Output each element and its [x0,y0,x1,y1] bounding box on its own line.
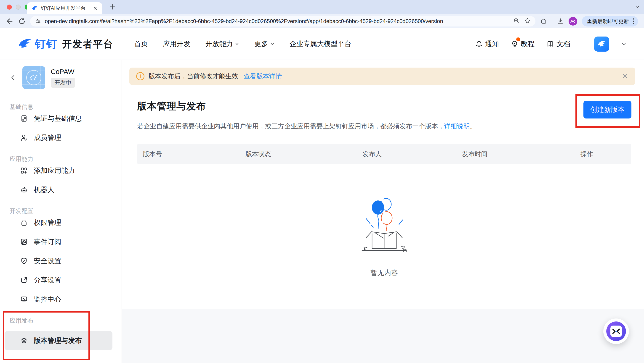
rss-icon [20,238,28,246]
info-icon: i [136,72,144,80]
tutorial-badge-dot [516,37,520,41]
sidebar-item-add-capability[interactable]: 添加应用能力 [0,161,122,180]
chrome-update-chip[interactable]: 重新启动即可更新 [582,16,638,26]
minimize-window-button[interactable] [16,4,21,9]
chevron-down-icon [270,42,274,46]
main-content: i 版本发布后，当前修改才能生效 查看版本详情 版本管理与发布 若企业自建应用需… [122,60,644,363]
update-chip-label: 重新启动即可更新 [587,18,629,25]
sidebar-item-label: 分享设置 [34,276,61,285]
empty-box-balloons-illustration [358,196,410,260]
site-header: 钉钉 开发者平台 首页 应用开发 开放能力 更多 企业专属大模型平台 通知 教程 [0,28,644,60]
browser-tab-strip: 钉钉AI应用开发平台 [0,0,644,14]
url-text[interactable]: open-dev.dingtalk.com/fe/ai?hash=%23%2Fa… [45,18,510,24]
chevron-down-icon [235,42,239,46]
browser-profile-avatar[interactable]: Ao [568,17,577,25]
version-table-header: 版本号 版本状态 发布人 发布时间 操作 [137,144,631,164]
share-icon [20,276,28,284]
banner-close-icon[interactable] [622,73,628,80]
kebab-menu-icon[interactable] [632,18,634,25]
tutorial-label: 教程 [521,39,534,49]
sidebar-item-label: 监控中心 [34,295,61,304]
sidebar-item-credentials[interactable]: 凭证与基础信息 [0,109,122,128]
tab-close-icon[interactable] [93,6,98,11]
tutorial-button[interactable]: 教程 [511,39,534,49]
header-divider [582,39,582,49]
section-app-capability: 应用能力 [0,147,122,161]
back-chevron-icon[interactable] [9,74,17,81]
browser-tab[interactable]: 钉钉AI应用开发平台 [27,2,102,14]
sidebar-item-label: 事件订阅 [34,237,61,247]
zoom-in-page-icon[interactable] [513,17,520,25]
nav-home[interactable]: 首页 [134,39,148,49]
brand-suffix: 开发者平台 [62,38,114,50]
dingtalk-logo-icon [17,37,32,51]
banner-text: 版本发布后，当前修改才能生效 [148,72,238,81]
page-description: 若企业自建应用需要供企业内其他用户使用，或三方企业应用需要上架钉钉应用市场，都必… [137,122,476,131]
col-publish-time: 发布时间 [462,144,488,164]
nav-llm-platform[interactable]: 企业专属大模型平台 [290,39,351,49]
user-avatar[interactable] [594,36,609,52]
sidebar-item-label: 安全设置 [34,256,61,266]
docs-button[interactable]: 文档 [546,39,570,49]
banner-view-version-link[interactable]: 查看版本详情 [244,72,282,81]
sidebar-item-permissions[interactable]: 权限管理 [0,213,122,232]
bookmark-star-icon[interactable] [524,17,531,25]
address-bar[interactable]: open-dev.dingtalk.com/fe/ai?hash=%23%2Fa… [30,16,536,26]
nav-more[interactable]: 更多 [254,39,274,49]
notifications-label: 通知 [485,39,499,49]
close-window-button[interactable] [7,4,12,9]
grid-plus-icon [20,167,28,174]
dingtalk-wing-icon [597,39,606,49]
sidebar-item-label: 成员管理 [34,133,61,142]
extensions-icon[interactable] [540,17,547,25]
section-dev-config: 开发配置 [0,199,122,213]
docs-label: 文档 [556,39,570,49]
sidebar-divider [0,328,122,328]
sidebar-item-security[interactable]: 安全设置 [0,251,122,271]
detail-docs-link[interactable]: 详细说明 [444,123,470,130]
col-publisher: 发布人 [362,144,382,164]
toolbar-divider [552,17,552,25]
col-actions: 操作 [580,144,593,164]
bulb-icon [511,40,518,48]
tab-title: 钉钉AI应用开发平台 [41,5,93,12]
assistant-logo [610,326,622,337]
layers-icon [20,337,28,345]
browser-toolbar: open-dev.dingtalk.com/fe/ai?hash=%23%2Fa… [0,14,644,28]
sidebar-item-version-management[interactable]: 版本管理与发布 [4,331,112,350]
reload-icon[interactable] [18,17,26,25]
member-icon [20,134,28,142]
dingtalk-brand[interactable]: 钉钉 开发者平台 [17,37,114,51]
sidebar-item-members[interactable]: 成员管理 [0,128,122,147]
site-settings-tune-icon[interactable] [35,18,42,25]
sidebar-item-label: 凭证与基础信息 [34,114,82,123]
create-version-button[interactable]: 创建新版本 [584,101,632,118]
bell-icon [475,40,483,48]
monitor-icon [20,296,28,303]
app-avatar [22,66,45,89]
col-version-number: 版本号 [143,144,162,164]
downloads-icon[interactable] [557,17,564,25]
new-tab-button[interactable] [109,3,116,10]
tab-strip-chevron-icon[interactable] [635,4,640,9]
notifications-button[interactable]: 通知 [475,39,499,49]
sidebar-item-event-subscription[interactable]: 事件订阅 [0,232,122,251]
sidebar-item-label: 权限管理 [34,218,61,227]
empty-state: 暂无内容 [137,164,631,278]
empty-state-text: 暂无内容 [137,268,631,278]
section-basic-info: 基础信息 [0,95,122,109]
book-icon [546,40,554,48]
floating-assistant-button[interactable] [603,319,629,344]
sidebar-item-share-settings[interactable]: 分享设置 [0,271,122,290]
avatar-chevron-down-icon[interactable] [621,41,627,47]
sidebar-item-label: 机器人 [34,185,54,195]
app-name: CoPAW [51,68,75,75]
back-icon[interactable] [6,17,14,25]
macos-window-controls [7,4,30,9]
assistant-gradient-ring [606,322,626,341]
nav-app-dev[interactable]: 应用开发 [163,39,190,49]
sidebar-item-monitor-center[interactable]: 监控中心 [0,290,122,309]
main-nav: 首页 应用开发 开放能力 更多 企业专属大模型平台 [134,39,351,49]
nav-open-capability[interactable]: 开放能力 [206,39,239,49]
sidebar-item-robot[interactable]: 机器人 [0,180,122,199]
